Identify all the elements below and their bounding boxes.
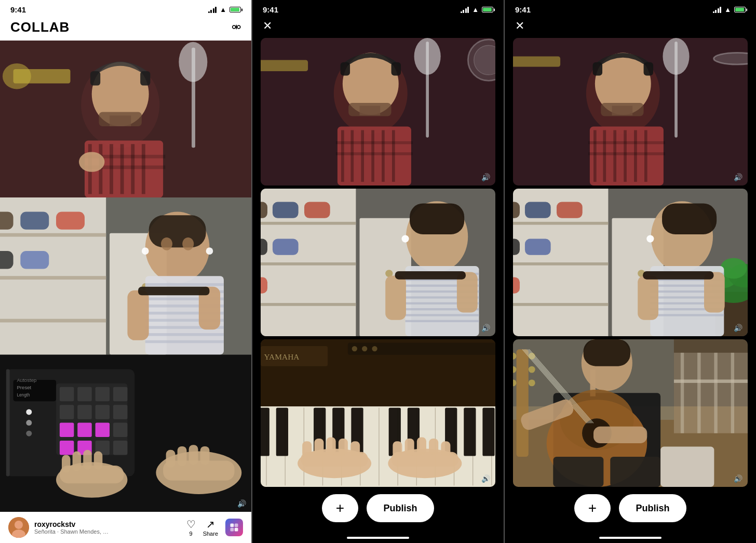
svg-rect-25 [0, 319, 106, 323]
sound-icon-1-bot: 🔊 [237, 499, 246, 508]
svg-rect-204 [624, 130, 627, 182]
svg-rect-198 [513, 57, 560, 67]
status-time-3: 9:41 [515, 5, 531, 14]
svg-point-214 [713, 52, 748, 64]
status-icons-1: ▲ [208, 6, 241, 14]
video-stack-1: Preset Length Autostep [0, 41, 251, 512]
bottom-actions-3: + Publish [505, 487, 756, 535]
battery-icon-3 [734, 7, 746, 12]
svg-rect-20 [140, 71, 150, 85]
top-bar-3: ✕ [505, 17, 756, 38]
svg-rect-24 [0, 276, 106, 280]
battery-icon-2 [482, 7, 493, 12]
svg-rect-71 [60, 422, 74, 436]
share-label: Share [203, 531, 218, 537]
svg-rect-244 [638, 276, 658, 320]
svg-point-197 [663, 38, 689, 75]
video-grid-3: 🔊 [505, 38, 756, 487]
battery-icon-1 [230, 7, 241, 12]
top-bar-2: ✕ [252, 17, 504, 38]
status-time-1: 9:41 [10, 5, 26, 14]
svg-rect-224 [525, 239, 551, 255]
svg-rect-128 [273, 239, 299, 255]
svg-rect-47 [149, 216, 206, 248]
svg-rect-142 [406, 314, 479, 316]
svg-rect-66 [113, 387, 127, 401]
svg-rect-67 [60, 405, 74, 419]
status-icons-3: ▲ [713, 6, 746, 14]
svg-rect-116 [392, 62, 401, 76]
svg-rect-211 [601, 103, 643, 116]
signal-icon-1 [208, 7, 217, 13]
svg-rect-104 [341, 130, 344, 182]
svg-rect-89 [189, 445, 198, 465]
svg-rect-254 [731, 353, 734, 433]
song-info-label: Señorita · Shawn Mendes, Camil... [34, 528, 112, 535]
publish-button-3[interactable]: Publish [619, 494, 686, 522]
svg-rect-194 [441, 441, 450, 456]
close-button-2[interactable]: ✕ [263, 19, 272, 32]
svg-rect-87 [166, 449, 176, 467]
wifi-icon-2: ▲ [472, 6, 479, 14]
sound-icon-3-mid: 🔊 [734, 324, 743, 332]
svg-rect-207 [588, 141, 665, 144]
svg-rect-172 [276, 408, 288, 456]
status-bar-2: 9:41 ▲ [252, 0, 504, 17]
svg-rect-70 [113, 405, 127, 419]
svg-rect-184 [314, 439, 323, 456]
svg-rect-126 [304, 202, 330, 218]
video-cell-1-bot[interactable]: Preset Length Autostep [0, 355, 251, 512]
svg-rect-28 [56, 212, 85, 230]
video-cell-2-bot[interactable]: YAMAHA [261, 339, 495, 487]
signal-icon-2 [461, 7, 469, 13]
video-cell-3-bot[interactable]: 🔊 [513, 339, 748, 487]
video-cell-2-top[interactable]: 🔊 [261, 38, 495, 186]
svg-rect-256 [674, 379, 748, 382]
svg-rect-55 [14, 380, 56, 401]
svg-rect-110 [336, 141, 413, 144]
svg-rect-123 [261, 303, 356, 306]
svg-rect-82 [73, 451, 81, 471]
svg-rect-280 [593, 427, 647, 443]
video-cell-3-top[interactable]: 🔊 [513, 38, 748, 186]
video-cell-1-mid[interactable] [0, 197, 251, 354]
svg-rect-30 [20, 251, 49, 269]
svg-rect-234 [662, 203, 717, 234]
svg-rect-190 [393, 441, 402, 457]
wifi-icon-1: ▲ [220, 6, 226, 14]
svg-point-153 [352, 346, 357, 351]
sound-icon-2-bot: 🔊 [481, 474, 490, 483]
video-cell-1-top[interactable] [0, 41, 251, 197]
svg-rect-185 [327, 437, 336, 455]
svg-rect-212 [593, 62, 602, 76]
video-cell-3-mid[interactable]: 🔊 [513, 189, 748, 336]
add-button-3[interactable]: + [574, 494, 611, 522]
svg-rect-109 [392, 130, 395, 182]
svg-rect-46 [138, 287, 209, 295]
svg-rect-125 [273, 202, 299, 218]
add-button-2[interactable]: + [322, 494, 358, 522]
like-button[interactable]: ♡ 9 [186, 518, 196, 537]
svg-rect-95 [235, 524, 238, 527]
svg-rect-88 [178, 446, 187, 466]
svg-point-92 [15, 521, 23, 529]
remix-button[interactable] [225, 519, 243, 536]
svg-rect-218 [513, 262, 608, 266]
share-button[interactable]: ↗ Share [203, 518, 218, 537]
publish-button-2[interactable]: Publish [367, 494, 434, 522]
svg-point-50 [142, 248, 149, 255]
svg-point-155 [372, 346, 377, 351]
svg-rect-127 [261, 239, 267, 255]
svg-rect-44 [127, 290, 148, 340]
video-cell-2-mid[interactable]: 🔊 [261, 189, 495, 336]
bottom-actions-2: + Publish [252, 487, 504, 535]
svg-rect-200 [590, 126, 664, 186]
svg-rect-75 [60, 441, 74, 455]
svg-rect-217 [513, 222, 608, 225]
profile-icon[interactable]: ⚮ [232, 21, 241, 34]
phone-1: 9:41 ▲ COLLAB ⚮ [0, 0, 251, 543]
svg-rect-152 [348, 342, 495, 354]
svg-rect-115 [341, 62, 350, 76]
svg-rect-103 [338, 126, 411, 186]
close-button-3[interactable]: ✕ [515, 19, 524, 32]
